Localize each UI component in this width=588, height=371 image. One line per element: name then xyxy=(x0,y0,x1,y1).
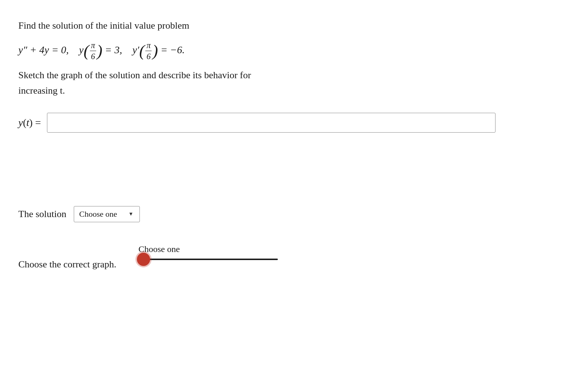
ic2: y′(π6) = −6. xyxy=(133,44,185,55)
ode-text: y″ + 4y = 0, xyxy=(18,44,76,55)
solution-label: The solution xyxy=(18,209,66,220)
sketch-text-2: increasing t. xyxy=(18,85,65,96)
graph-section: Choose the correct graph. Choose one xyxy=(18,244,496,270)
solution-row: The solution Choose one ▼ xyxy=(18,206,496,222)
ic1: y(π6) = 3, xyxy=(79,44,132,55)
slider-thumb[interactable] xyxy=(137,253,150,266)
yt-input[interactable] xyxy=(47,113,496,133)
slider-track xyxy=(138,259,278,260)
graph-slider-container xyxy=(138,259,285,260)
intro-text: Find the solution of the initial value p… xyxy=(18,20,189,31)
problem-intro: Find the solution of the initial value p… xyxy=(18,18,496,33)
yt-row: y(t) = xyxy=(18,113,496,133)
sketch-text-1: Sketch the graph of the solution and des… xyxy=(18,70,251,80)
problem-container: Find the solution of the initial value p… xyxy=(18,11,496,270)
ode-part: y″ + 4y = 0, y(π6) = 3, y′(π6) = −6. xyxy=(18,44,185,55)
equation-line: y″ + 4y = 0, y(π6) = 3, y′(π6) = −6. xyxy=(18,40,496,62)
chevron-down-icon: ▼ xyxy=(128,211,134,217)
yt-label: y(t) = xyxy=(18,117,41,129)
dropdown-text: Choose one xyxy=(79,209,125,219)
graph-label: Choose the correct graph. xyxy=(18,244,116,270)
solution-dropdown[interactable]: Choose one ▼ xyxy=(74,206,140,222)
graph-right: Choose one xyxy=(138,244,285,260)
sketch-prompt: Sketch the graph of the solution and des… xyxy=(18,68,496,98)
